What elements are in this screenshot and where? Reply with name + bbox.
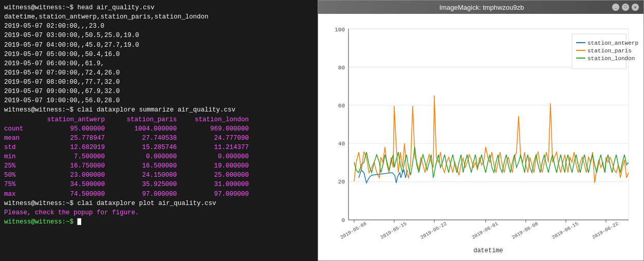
- stats-row-25: 25% 16.750000 16.500000 19.000000: [4, 161, 314, 171]
- stats-row-75: 75% 34.500000 35.925000 31.000000: [4, 180, 314, 189]
- imagemagick-window: ImageMagick: tmphwzou9zb _ □ ✕: [318, 0, 644, 261]
- legend-london: station_london: [587, 55, 635, 62]
- chart-container: 0 20 40 60 80 100 2019-05-08 2019-05-15 …: [318, 14, 643, 260]
- svg-text:20: 20: [338, 179, 345, 185]
- term-line-1: witness@witness:~$ head air_quality.csv: [4, 3, 314, 12]
- svg-text:2019-05-22: 2019-05-22: [419, 221, 448, 240]
- stats-row-50: 50% 23.000000 24.150000 25.000000: [4, 171, 314, 180]
- term-line-7: 2019-05-07 06:00:00,,61.9,: [4, 59, 314, 68]
- stats-row-min: min 7.500000 0.000000 0.000000: [4, 152, 314, 161]
- svg-text:2019-05-08: 2019-05-08: [339, 221, 367, 240]
- titlebar: ImageMagick: tmphwzou9zb _ □ ✕: [318, 1, 643, 14]
- legend-antwerp: station_antwerp: [587, 40, 638, 46]
- term-line-4: 2019-05-07 03:00:00,,50.5,25.0,19.0: [4, 31, 314, 40]
- svg-text:60: 60: [338, 103, 345, 109]
- terminal-content: witness@witness:~$ head air_quality.csv …: [4, 3, 314, 227]
- stats-table: station_antwerp station_paris station_lo…: [4, 115, 314, 199]
- term-plot-cmd: witness@witness:~$ clai dataxplore plot …: [4, 199, 314, 208]
- stats-header: station_antwerp station_paris station_lo…: [4, 115, 314, 124]
- chart-svg: 0 20 40 60 80 100 2019-05-08 2019-05-15 …: [320, 18, 641, 256]
- svg-text:100: 100: [335, 27, 345, 33]
- svg-text:80: 80: [338, 65, 345, 71]
- legend-paris: station_paris: [587, 48, 632, 54]
- svg-text:2019-06-22: 2019-06-22: [591, 221, 619, 240]
- stats-row-max: max 74.500000 97.000000 97.000000: [4, 190, 314, 199]
- terminal-panel: witness@witness:~$ head air_quality.csv …: [0, 0, 318, 261]
- term-line-3: 2019-05-07 02:00:00,,,23.0: [4, 22, 314, 31]
- term-line-12: witness@witness:~$ clai dataxplore summa…: [4, 105, 314, 115]
- term-line-10: 2019-05-07 09:00:00,,67.9,32.0: [4, 87, 314, 96]
- term-line-8: 2019-05-07 07:00:00,,72.4,26.0: [4, 68, 314, 78]
- window-title: ImageMagick: tmphwzou9zb: [353, 4, 610, 11]
- close-button[interactable]: ✕: [631, 3, 639, 11]
- svg-text:2019-05-15: 2019-05-15: [379, 221, 408, 240]
- window-controls[interactable]: _ □ ✕: [610, 3, 639, 11]
- svg-text:datetime: datetime: [473, 247, 503, 254]
- svg-text:2019-06-15: 2019-06-15: [551, 221, 579, 240]
- maximize-button[interactable]: □: [621, 3, 630, 11]
- minimize-button[interactable]: _: [612, 3, 620, 11]
- stats-row-count: count 95.000000 1004.000000 969.000000: [4, 124, 314, 134]
- term-line-6: 2019-05-07 05:00:00,,50.4,16.0: [4, 50, 314, 59]
- stats-row-mean: mean 25.778947 27.740538 24.777090: [4, 134, 314, 143]
- term-prompt-final: witness@witness:~$ █: [4, 217, 314, 227]
- chart-area: 0 20 40 60 80 100 2019-05-08 2019-05-15 …: [320, 18, 641, 256]
- svg-text:2019-06-08: 2019-06-08: [511, 221, 539, 240]
- term-popup-msg: Please, check the popup for figure.: [4, 208, 314, 217]
- term-line-11: 2019-05-07 10:00:00,,56.0,28.0: [4, 96, 314, 105]
- svg-text:2019-06-01: 2019-06-01: [471, 221, 499, 240]
- svg-text:40: 40: [338, 141, 345, 147]
- svg-text:0: 0: [341, 217, 345, 223]
- term-line-2: datetime,station_antwerp,station_paris,s…: [4, 12, 314, 22]
- term-line-5: 2019-05-07 04:00:00,,45.0,27.7,19.0: [4, 41, 314, 50]
- stats-row-std: std 12.682019 15.285746 11.214377: [4, 143, 314, 152]
- term-line-9: 2019-05-07 08:00:00,,77.7,32.0: [4, 78, 314, 87]
